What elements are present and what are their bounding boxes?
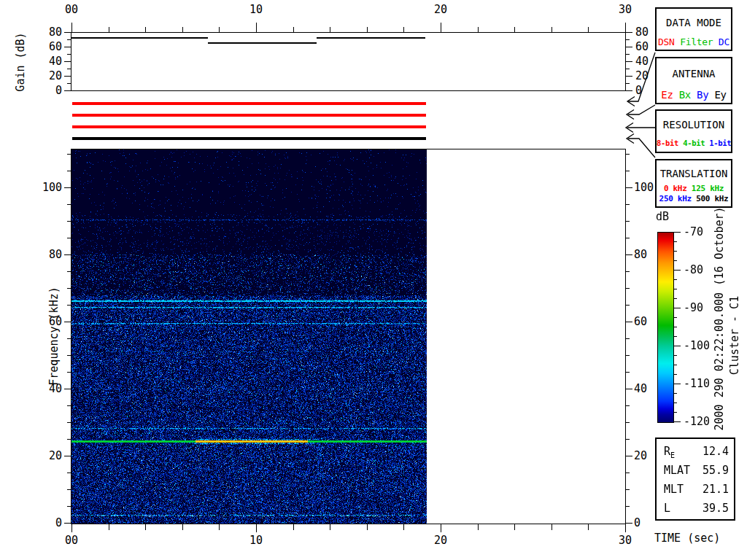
axis-tick [67,221,71,222]
axis-tick [367,27,368,33]
axis-tick [441,23,441,32]
axis-tick [625,187,632,188]
legend-value: Filter [675,36,713,47]
info-row: RE12.4 [657,445,734,459]
legend-box-data-mode: DATA MODEDSN Filter DC [655,7,732,51]
wbd-spectrogram-display: 00102030 Gain (dB) Frequency (kHz) 00202… [0,0,747,560]
info-label: MLAT [664,464,690,477]
axis-tick [514,27,515,33]
top-axis-tick-label: 00 [58,4,85,15]
axis-tick [367,524,368,530]
axis-tick [625,523,632,524]
freq-ytick-label-right: 100 [634,182,654,193]
axis-tick [64,389,71,389]
legend-values-translation: 0 kHz 125 kHz [657,184,731,193]
axis-tick [67,54,71,55]
arrow-antenna-icon [627,105,655,120]
axis-tick [551,27,552,33]
axis-tick [67,338,71,339]
spacecraft-label: Cluster - C1 [728,296,741,375]
legend-values-resolution: 8-bit 4-bit 1-bit [657,139,731,147]
axis-tick [109,27,109,33]
legend-value: 4-bit [678,139,705,147]
axis-tick [64,90,71,91]
axis-tick [64,47,71,47]
axis-tick [67,305,71,306]
mode-bar-antenna [72,114,426,117]
axis-tick [64,254,71,255]
axis-tick [293,27,294,33]
info-value: 12.4 [703,445,729,458]
axis-tick [64,456,71,456]
axis-tick [673,241,677,242]
top-axis-tick-label: 30 [612,4,638,15]
axis-tick [67,355,71,356]
axis-tick [67,271,71,272]
axis-tick [625,506,630,507]
axis-tick [219,524,220,530]
axis-tick [673,346,681,346]
axis-tick [673,393,677,394]
axis-tick [673,355,677,356]
bottom-axis-tick-label: 30 [612,534,638,546]
axis-tick [67,472,71,473]
freq-ytick-label: 0 [33,517,62,529]
legend-value: 500 kHz [692,194,729,203]
axis-tick [625,83,630,84]
spectrogram-canvas [71,149,427,524]
bottom-axis-tick-label: 10 [243,534,269,546]
legend-value: By [691,89,708,101]
axis-tick [64,523,71,524]
axis-tick [588,27,589,33]
legend-value: 0 kHz [664,184,687,193]
gain-ytick-label-right: 40 [635,55,649,67]
info-label: MLT [664,483,684,496]
freq-ytick-label: 40 [33,383,62,394]
arrow-resolution-icon [626,123,655,133]
axis-tick [625,322,632,322]
gain-trace-segment [71,37,208,39]
legend-title-data-mode: DATA MODE [657,18,731,28]
freq-ytick-label: 80 [33,249,62,260]
axis-tick [67,171,71,171]
orbit-info-table: RE12.4MLAT55.9MLT21.1L39.5 [655,438,735,521]
arrow-translation-icon [627,134,655,158]
gain-ytick-label: 0 [33,85,62,96]
frequency-axis-title: Frequency (kHz) [47,287,61,385]
legend-value: 1-bit [705,139,731,147]
info-value: 39.5 [703,502,729,515]
axis-tick [625,171,630,171]
gain-panel [71,32,626,91]
legend-values-antenna: Ez Bx By Ey [657,89,731,101]
axis-tick [673,384,681,384]
axis-tick [625,372,630,373]
gain-ytick-label-right: 80 [635,26,649,38]
colorbar-tick-label: -110 [684,378,710,389]
axis-tick [145,524,146,530]
legend-values-translation: 250 kHz 500 kHz [657,194,731,203]
axis-tick [625,405,630,406]
gain-axis-title: Gain (dB) [14,32,27,91]
axis-tick [625,69,630,69]
legend-title-antenna: ANTENNA [657,69,731,79]
info-value: 55.9 [703,464,729,477]
axis-tick [625,47,632,47]
axis-tick [625,39,630,40]
info-value: 21.1 [703,483,729,496]
legend-title-translation: TRANSLATION [657,168,731,179]
legend-box-antenna: ANTENNAEz Bx By Ey [655,57,732,104]
bottom-axis-tick-label: 20 [427,534,454,546]
axis-tick [625,338,630,339]
axis-tick [67,238,71,238]
colorbar-tick-label: -90 [684,302,703,314]
axis-tick [514,524,515,530]
colorbar-tick-label: -120 [684,416,710,427]
axis-tick [182,27,183,33]
axis-tick [478,27,479,33]
gain-ytick-label-right: 20 [635,70,649,82]
axis-tick [551,524,552,530]
axis-tick [403,524,404,530]
axis-tick [625,271,630,272]
axis-tick [673,232,681,233]
axis-tick [256,524,257,532]
